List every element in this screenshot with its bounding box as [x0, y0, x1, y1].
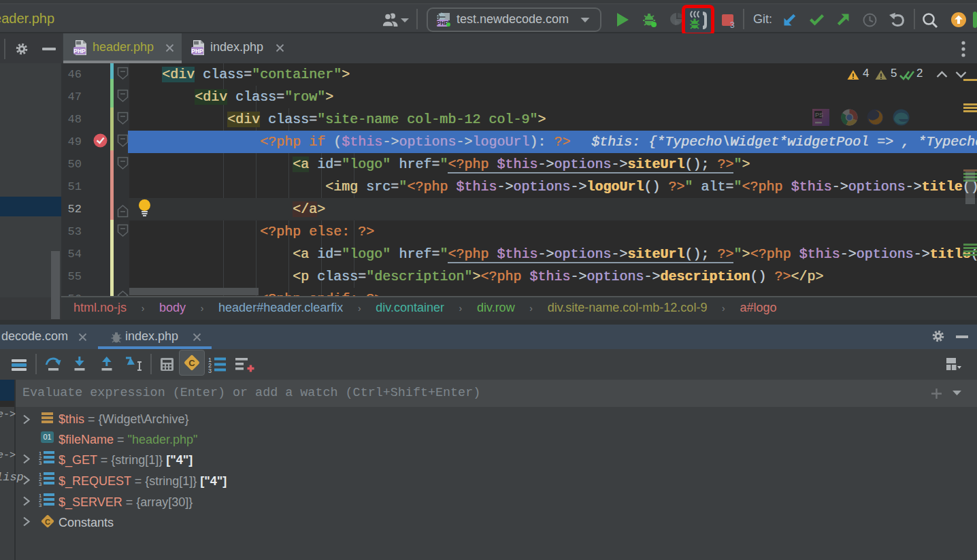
svg-text:3: 3 [39, 481, 42, 486]
svg-text:PS: PS [815, 112, 823, 118]
svg-text:PHP: PHP [191, 48, 203, 54]
svg-text:C: C [188, 358, 195, 368]
svg-text:3: 3 [39, 502, 42, 507]
svg-text:C: C [45, 518, 50, 526]
svg-text:PHP: PHP [73, 48, 86, 54]
svg-text:3: 3 [39, 460, 42, 465]
svg-text:3: 3 [208, 367, 212, 373]
